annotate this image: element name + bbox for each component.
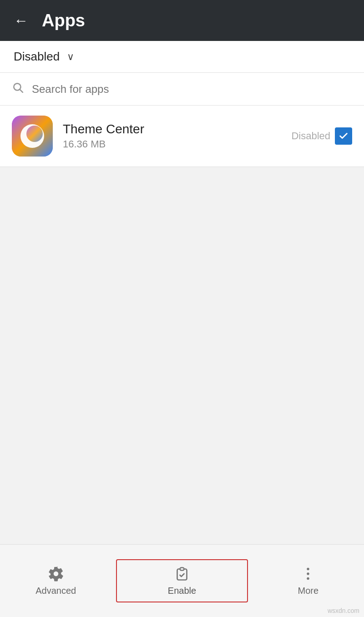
search-icon bbox=[12, 81, 24, 96]
watermark: wsxdn.com bbox=[328, 607, 359, 614]
nav-label-more: More bbox=[298, 586, 319, 596]
svg-line-1 bbox=[20, 90, 23, 92]
app-size: 16.36 MB bbox=[63, 138, 281, 150]
app-name: Theme Center bbox=[63, 122, 281, 137]
table-row[interactable]: Theme Center 16.36 MB Disabled bbox=[0, 106, 364, 167]
dots-vertical-icon bbox=[300, 566, 316, 582]
app-checkbox[interactable] bbox=[335, 127, 352, 145]
clipboard-check-icon bbox=[174, 566, 190, 582]
app-status-area: Disabled bbox=[291, 127, 352, 145]
app-info: Theme Center 16.36 MB bbox=[63, 122, 281, 150]
app-icon bbox=[12, 116, 53, 157]
app-status-label: Disabled bbox=[291, 130, 330, 142]
nav-item-enable[interactable]: Enable bbox=[116, 559, 248, 602]
filter-row[interactable]: Disabled ∨ bbox=[0, 41, 364, 73]
app-header: ← Apps bbox=[0, 0, 364, 41]
chevron-down-icon: ∨ bbox=[67, 51, 74, 63]
search-row bbox=[0, 73, 364, 106]
gear-icon bbox=[48, 566, 64, 582]
svg-point-6 bbox=[307, 572, 309, 575]
svg-point-5 bbox=[307, 568, 309, 570]
svg-point-4 bbox=[26, 126, 43, 142]
bottom-nav: Advanced Enable More bbox=[0, 544, 364, 617]
nav-item-advanced[interactable]: Advanced bbox=[0, 559, 111, 602]
nav-label-advanced: Advanced bbox=[35, 586, 76, 596]
content-area bbox=[0, 167, 364, 563]
nav-label-enable: Enable bbox=[168, 586, 196, 596]
page-title: Apps bbox=[42, 11, 85, 30]
nav-item-more[interactable]: More bbox=[253, 559, 364, 602]
search-input[interactable] bbox=[32, 83, 352, 96]
svg-point-7 bbox=[307, 577, 309, 580]
back-icon[interactable]: ← bbox=[14, 12, 28, 29]
filter-label: Disabled bbox=[14, 50, 60, 64]
app-list: Theme Center 16.36 MB Disabled bbox=[0, 106, 364, 167]
